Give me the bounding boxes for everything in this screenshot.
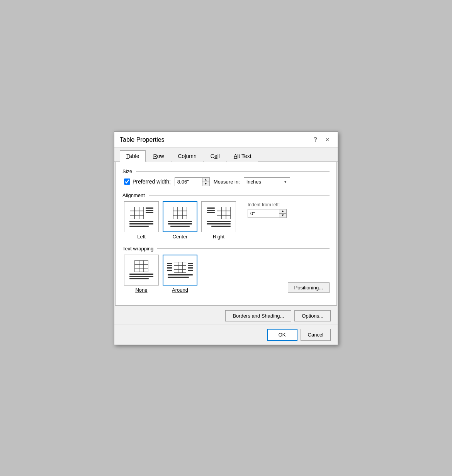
ok-button[interactable]: OK [267, 329, 297, 341]
wrap-none-button[interactable]: None [124, 255, 159, 293]
alignment-section-label: Alignment [122, 192, 330, 198]
wrap-around-label: Around [172, 287, 188, 293]
wrap-none-icon-box [124, 255, 159, 286]
width-spinbox: ▲ ▼ [175, 177, 210, 186]
table-grid-right-icon [217, 207, 231, 219]
indent-section: Indent from left: ▲ ▼ [248, 201, 287, 218]
width-spin-buttons: ▲ ▼ [202, 178, 209, 186]
select-arrow-icon: ▼ [284, 180, 287, 184]
svg-rect-20 [174, 262, 186, 273]
align-left-icon-box [124, 201, 159, 232]
text-wrapping-label: Text wrapping [122, 246, 330, 252]
tab-alt-text-label: Alt Text [234, 153, 251, 159]
tab-table[interactable]: Table [120, 150, 146, 162]
title-bar: Table Properties ? × [114, 132, 338, 148]
align-right-button[interactable]: Right [201, 201, 236, 240]
indent-spin-down[interactable]: ▼ [279, 213, 286, 218]
tab-bar: Table Row Column Cell Alt Text [114, 148, 338, 162]
align-center-icon-box [163, 201, 197, 232]
positioning-button[interactable]: Positioning... [288, 282, 330, 293]
align-center-button[interactable]: Center [163, 201, 197, 240]
size-row: Preferred width: ▲ ▼ Measure in: Inches … [122, 177, 330, 186]
options-button[interactable]: Options... [294, 310, 331, 321]
wrap-none-label: None [135, 287, 147, 293]
table-grid-none-icon [134, 260, 148, 272]
wrap-options-row: None [122, 255, 330, 293]
borders-and-shading-button[interactable]: Borders and Shading... [225, 310, 291, 321]
indent-spin-buttons: ▲ ▼ [279, 209, 286, 218]
dialog-title: Table Properties [120, 136, 165, 143]
close-button[interactable]: × [323, 136, 332, 144]
tab-cell[interactable]: Cell [204, 150, 226, 162]
wrap-around-button[interactable]: Around [163, 255, 197, 293]
alignment-section: Alignment [122, 192, 330, 240]
cancel-button[interactable]: Cancel [301, 329, 331, 341]
svg-rect-10 [217, 207, 231, 219]
preferred-width-label: Preferred width: [133, 178, 171, 185]
tab-row[interactable]: Row [146, 150, 170, 162]
size-section: Size Preferred width: ▲ ▼ Measure in: In… [122, 168, 330, 186]
svg-rect-0 [130, 207, 144, 219]
alignment-row: Left [122, 201, 330, 240]
table-grid-icon [130, 207, 144, 219]
align-right-label: Right [213, 234, 224, 240]
measure-in-label: Measure in: [214, 179, 240, 185]
table-grid-center-icon [173, 207, 187, 219]
width-input[interactable] [175, 178, 202, 186]
title-bar-buttons: ? × [311, 136, 332, 144]
borders-options-row: Borders and Shading... Options... [114, 306, 338, 325]
tab-table-label: Table [126, 153, 139, 159]
text-wrapping-section: Text wrapping [122, 246, 330, 293]
indent-spin-up[interactable]: ▲ [279, 209, 286, 213]
width-spin-up[interactable]: ▲ [202, 178, 209, 182]
align-center-label: Center [172, 234, 187, 240]
tab-alt-text[interactable]: Alt Text [227, 150, 258, 162]
align-left-button[interactable]: Left [124, 201, 159, 240]
indent-spinbox: ▲ ▼ [248, 209, 287, 218]
indent-input[interactable] [248, 209, 279, 218]
dialog-footer: Borders and Shading... Options... OK Can… [114, 306, 338, 345]
svg-rect-15 [134, 260, 148, 272]
align-left-label: Left [137, 234, 146, 240]
measure-selected-value: Inches [246, 179, 261, 185]
tab-content: Size Preferred width: ▲ ▼ Measure in: In… [115, 162, 337, 306]
measure-select[interactable]: Inches ▼ [244, 177, 290, 186]
tab-column[interactable]: Column [172, 150, 203, 162]
tab-column-label: Column [178, 153, 197, 159]
tab-cell-label: Cell [211, 153, 220, 159]
svg-rect-5 [173, 207, 187, 219]
ok-cancel-row: OK Cancel [114, 325, 338, 345]
preferred-width-checkbox[interactable] [124, 178, 130, 185]
help-button[interactable]: ? [311, 136, 319, 144]
indent-label: Indent from left: [248, 202, 287, 207]
wrap-around-icon-box [163, 255, 197, 286]
align-right-icon-box [201, 201, 236, 232]
size-section-label: Size [122, 168, 330, 174]
preferred-width-checkbox-label[interactable]: Preferred width: [124, 178, 171, 185]
table-properties-dialog: Table Properties ? × Table Row Column Ce… [114, 131, 338, 345]
tab-row-label: Row [153, 153, 164, 159]
width-spin-down[interactable]: ▼ [202, 182, 209, 186]
table-grid-around-icon [174, 262, 186, 273]
